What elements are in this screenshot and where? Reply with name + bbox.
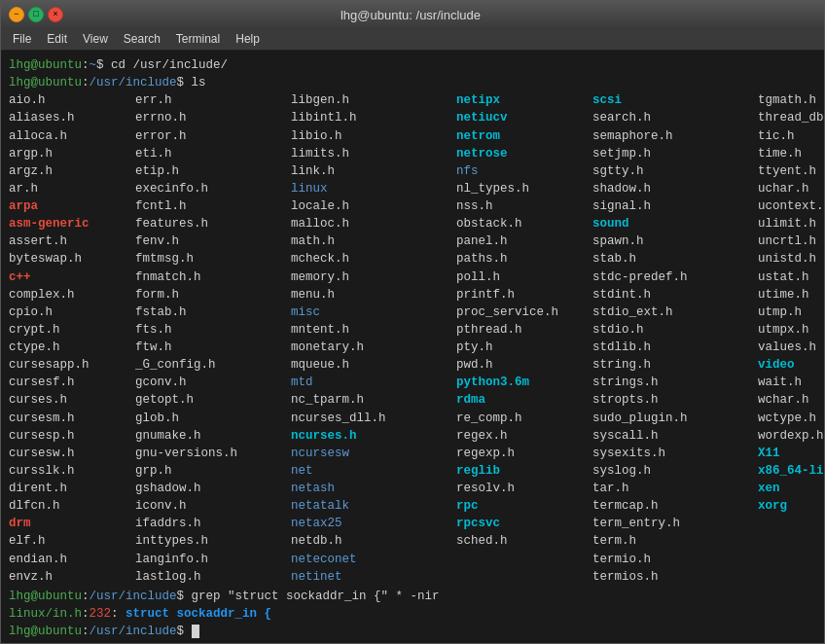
list-item: limits.h <box>291 145 456 162</box>
menu-terminal[interactable]: Terminal <box>168 30 228 48</box>
list-item: memory.h <box>291 268 456 286</box>
list-item: grp.h <box>135 462 291 480</box>
list-item: nl_types.h <box>456 180 592 197</box>
list-item: libio.h <box>291 127 456 145</box>
list-item: iconv.h <box>135 497 291 515</box>
list-item: fts.h <box>135 321 291 339</box>
list-item: utmp.h <box>758 304 824 321</box>
list-item: execinfo.h <box>135 180 291 197</box>
list-item: stropts.h <box>592 391 758 409</box>
list-item: proc_service.h <box>456 304 592 321</box>
list-item: ustat.h <box>758 268 824 286</box>
minimize-button[interactable]: − <box>9 7 24 22</box>
list-item: stdio.h <box>592 321 758 339</box>
list-item: values.h <box>758 339 824 356</box>
list-item: fenv.h <box>135 233 291 250</box>
list-item: gconv.h <box>135 374 291 391</box>
list-item: stdint.h <box>592 286 758 304</box>
list-item: libintl.h <box>291 109 456 126</box>
list-item: menu.h <box>291 286 456 304</box>
window-title: lhg@ubuntu: /usr/include <box>63 8 758 22</box>
titlebar: − □ × lhg@ubuntu: /usr/include <box>1 1 824 28</box>
list-item: cursesp.h <box>9 427 135 445</box>
list-item: term.h <box>592 532 758 550</box>
menu-file[interactable]: File <box>5 30 39 48</box>
grep-result: linux/in.h:232: struct sockaddr_in { <box>9 605 816 623</box>
list-item: ifaddrs.h <box>135 515 291 532</box>
terminal-window: − □ × lhg@ubuntu: /usr/include File Edit… <box>0 0 825 644</box>
list-item: wait.h <box>758 374 824 391</box>
close-button[interactable]: × <box>48 7 63 22</box>
list-item: ar.h <box>9 180 135 197</box>
list-item: paths.h <box>456 250 592 268</box>
list-item: assert.h <box>9 233 135 250</box>
list-item: gnumake.h <box>135 427 291 445</box>
list-item: string.h <box>592 356 758 374</box>
list-item: fnmatch.h <box>135 268 291 286</box>
list-item: sudo_plugin.h <box>592 410 758 427</box>
list-item: regex.h <box>456 427 592 445</box>
list-item: uncrtl.h <box>758 233 824 250</box>
list-item: cursesw.h <box>9 445 135 462</box>
list-item: envz.h <box>9 568 135 586</box>
list-item: video <box>758 356 824 374</box>
line-grep: lhg@ubuntu:/usr/include$ grep "struct so… <box>9 588 816 605</box>
list-item: shadow.h <box>592 180 758 197</box>
list-item: arpa <box>9 197 135 215</box>
list-item: sound <box>592 215 758 233</box>
list-item: pty.h <box>456 339 592 356</box>
list-item: reglib <box>456 462 592 480</box>
list-item: argz.h <box>9 162 135 180</box>
list-item: nc_tparm.h <box>291 391 456 409</box>
menu-view[interactable]: View <box>75 30 116 48</box>
list-item: locale.h <box>291 197 456 215</box>
list-item: gnu-versions.h <box>135 445 291 462</box>
list-item: aliases.h <box>9 109 135 126</box>
list-item: re_comp.h <box>456 410 592 427</box>
list-item: tar.h <box>592 480 758 497</box>
list-item: drm <box>9 515 135 532</box>
list-item: err.h <box>135 91 291 109</box>
list-item: rpcsvc <box>456 515 592 532</box>
list-item: stab.h <box>592 250 758 268</box>
list-item: math.h <box>291 233 456 250</box>
menu-help[interactable]: Help <box>228 30 268 48</box>
menu-search[interactable]: Search <box>116 30 168 48</box>
list-item: wchar.h <box>758 391 824 409</box>
list-item: mntent.h <box>291 321 456 339</box>
list-item: printf.h <box>456 286 592 304</box>
list-item: mtd <box>291 374 456 391</box>
list-item: curses.h <box>9 391 135 409</box>
list-item: dirent.h <box>9 480 135 497</box>
list-item: eti.h <box>135 145 291 162</box>
list-item: tic.h <box>758 127 824 145</box>
list-item: netatalk <box>291 497 456 515</box>
menu-edit[interactable]: Edit <box>39 30 75 48</box>
list-item: lastlog.h <box>135 568 291 586</box>
terminal-body[interactable]: lhg@ubuntu:~$ cd /usr/include/ lhg@ubunt… <box>1 51 824 643</box>
list-item: python3.6m <box>456 374 592 391</box>
list-item: netrose <box>456 145 592 162</box>
list-item: netiucv <box>456 109 592 126</box>
list-item: byteswap.h <box>9 250 135 268</box>
list-item: link.h <box>291 162 456 180</box>
list-item: netdb.h <box>291 532 456 550</box>
list-item: cursslk.h <box>9 462 135 480</box>
list-item: argp.h <box>9 145 135 162</box>
window-controls[interactable]: − □ × <box>9 7 63 22</box>
list-item: complex.h <box>9 286 135 304</box>
list-item: glob.h <box>135 410 291 427</box>
list-item: ncurses_dll.h <box>291 410 456 427</box>
list-item: fcntl.h <box>135 197 291 215</box>
list-item: stdio_ext.h <box>592 304 758 321</box>
list-item: wctype.h <box>758 410 824 427</box>
list-item: term_entry.h <box>592 515 758 532</box>
ls-output: aio.h aliases.h alloca.h argp.h argz.h a… <box>9 91 816 586</box>
list-item: malloc.h <box>291 215 456 233</box>
line-final-prompt: lhg@ubuntu:/usr/include$ <box>9 623 816 640</box>
list-item: X11 <box>758 445 824 462</box>
list-item: time.h <box>758 145 824 162</box>
list-item: gshadow.h <box>135 480 291 497</box>
maximize-button[interactable]: □ <box>28 7 44 22</box>
list-item: fmtmsg.h <box>135 250 291 268</box>
